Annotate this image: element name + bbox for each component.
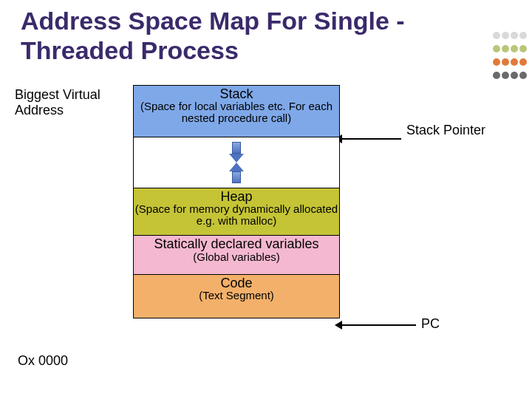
segment-gap	[133, 137, 340, 188]
arrow-stack-grows-down-icon	[229, 142, 244, 163]
segment-static: Statically declared variables (Global va…	[133, 235, 340, 275]
decorative-dots	[492, 30, 528, 83]
segment-code-sub: (Text Segment)	[134, 290, 339, 304]
label-program-counter: PC	[421, 316, 440, 332]
segment-heap: Heap (Space for memory dynamically alloc…	[133, 188, 340, 236]
label-stack-pointer: Stack Pointer	[406, 123, 485, 138]
segment-code: Code (Text Segment)	[133, 274, 340, 318]
segment-stack: Stack (Space for local variables etc. Fo…	[133, 85, 340, 138]
label-biggest-virtual-address: Biggest Virtual Address	[15, 87, 103, 117]
segment-stack-sub: (Space for local variables etc. For each…	[134, 100, 339, 127]
segment-heap-title: Heap	[134, 188, 339, 204]
segment-code-title: Code	[134, 275, 339, 290]
segment-heap-sub: (Space for memory dynamically allocated …	[134, 203, 339, 230]
page-title: Address Space Map For Single -Threaded P…	[21, 6, 494, 65]
arrow-heap-grows-up-icon	[229, 163, 244, 183]
segment-stack-title: Stack	[134, 86, 339, 101]
address-space-column: Stack (Space for local variables etc. Fo…	[133, 86, 340, 318]
segment-static-sub: (Global variables)	[134, 251, 339, 266]
arrow-program-counter	[342, 324, 416, 326]
segment-static-title: Statically declared variables	[134, 236, 339, 251]
arrow-stack-pointer	[342, 138, 401, 140]
label-zero-address: Ox 0000	[18, 353, 68, 369]
